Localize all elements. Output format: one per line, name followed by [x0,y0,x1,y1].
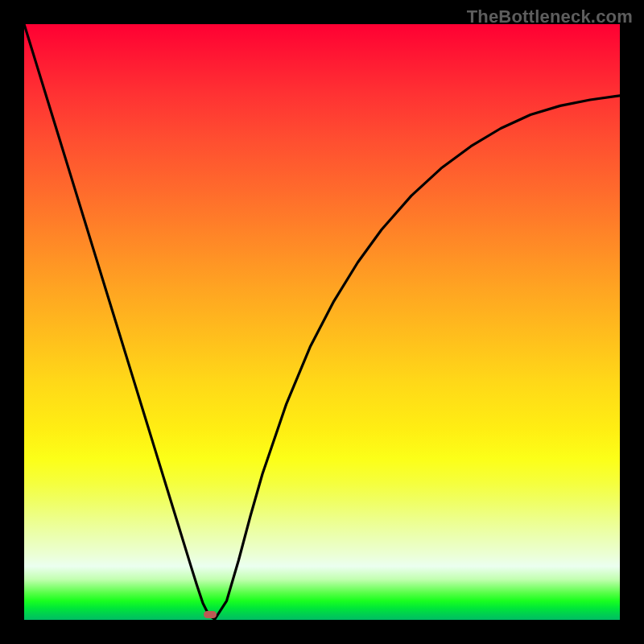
optimal-point-marker [204,611,217,618]
curve-layer [24,24,620,620]
chart-frame: TheBottleneck.com [0,0,644,644]
plot-area [24,24,620,620]
watermark-text: TheBottleneck.com [467,6,633,27]
bottleneck-curve [24,24,620,619]
